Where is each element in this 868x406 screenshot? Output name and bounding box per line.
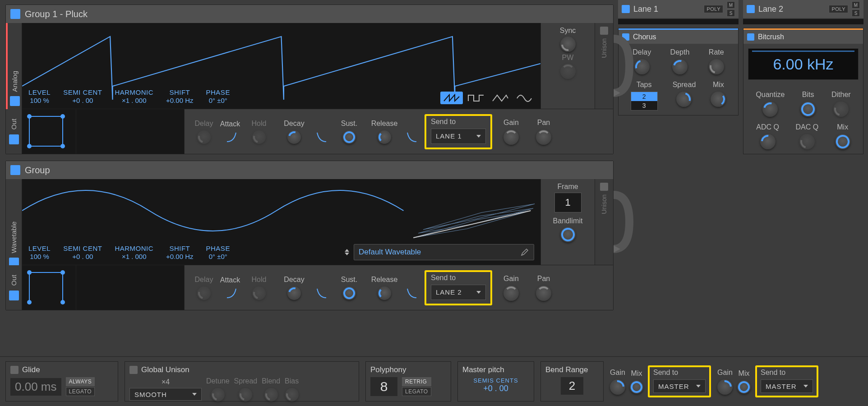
poly-tag[interactable]: POLY: [704, 5, 723, 13]
dacq-knob[interactable]: [799, 134, 815, 149]
out-tab[interactable]: Out: [6, 265, 22, 310]
lane-mix-knob[interactable]: [630, 380, 643, 394]
waveshape-triangle[interactable]: [489, 92, 512, 104]
chorus-depth-knob[interactable]: [672, 59, 688, 74]
poly-tag[interactable]: POLY: [829, 5, 848, 13]
group-header[interactable]: Group 1 - Pluck: [6, 5, 613, 23]
fx-header[interactable]: Bitcrush: [743, 28, 863, 44]
pan-knob[interactable]: [536, 129, 551, 145]
wavetable-stepper[interactable]: [345, 249, 349, 255]
gain-knob[interactable]: [503, 129, 519, 145]
osc-enable-toggle[interactable]: [10, 96, 20, 106]
release-knob[interactable]: [378, 130, 391, 144]
solo-button[interactable]: S: [727, 9, 735, 17]
lane-header[interactable]: Lane 1 POLY MS: [618, 0, 739, 18]
adcq-knob[interactable]: [760, 134, 776, 149]
send-to-dropdown[interactable]: LANE 2: [431, 285, 486, 300]
group-enable-toggle[interactable]: [10, 165, 20, 175]
unison-spread-knob[interactable]: [239, 388, 252, 401]
bandlimit-knob[interactable]: [560, 227, 576, 242]
quantize-knob[interactable]: [762, 102, 778, 117]
glide-value[interactable]: 0.00 ms: [10, 378, 61, 396]
attack-curve[interactable]: [225, 131, 238, 143]
glide-always[interactable]: ALWAYS: [66, 377, 95, 386]
unison-blend-knob[interactable]: [264, 388, 278, 401]
unison-mode-dropdown[interactable]: SMOOTH: [129, 388, 202, 401]
lane-enable-toggle[interactable]: [747, 5, 755, 13]
unison-toggle[interactable]: [600, 183, 608, 191]
global-unison-toggle[interactable]: [129, 366, 138, 374]
chorus-mix-knob[interactable]: [711, 92, 726, 107]
lane-1: Lane 1 POLY MS Chorus Delay Depth Rate: [618, 0, 739, 159]
group-enable-toggle[interactable]: [10, 9, 20, 19]
sync-knob[interactable]: [560, 37, 576, 52]
bits-knob[interactable]: [800, 102, 816, 117]
waveshape-sine[interactable]: [513, 92, 536, 104]
lane-send-dropdown[interactable]: MASTER: [761, 379, 813, 393]
glide-toggle[interactable]: [10, 366, 18, 374]
bitcrush-lcd[interactable]: 6.00 kHz: [748, 48, 859, 80]
sustain-knob[interactable]: [342, 130, 356, 144]
chorus-rate-knob[interactable]: [709, 59, 724, 74]
gain-knob[interactable]: [503, 286, 519, 301]
pw-knob[interactable]: [560, 64, 576, 79]
lane-header[interactable]: Lane 2 POLY MS: [743, 0, 863, 18]
waveform-display[interactable]: LEVEL100 % SEMI CENT+0 . 00 HARMONIC×1 .…: [22, 179, 541, 265]
master-pitch-value[interactable]: +0 . 00: [462, 384, 529, 393]
lane-gain-knob[interactable]: [610, 379, 625, 395]
unison-toggle[interactable]: [600, 27, 608, 35]
delay-knob[interactable]: [197, 286, 211, 300]
dither-knob[interactable]: [833, 102, 849, 117]
pan-knob[interactable]: [536, 286, 551, 301]
waveshape-pulse[interactable]: [465, 92, 487, 104]
out-enable-toggle[interactable]: [9, 134, 19, 144]
out-enable-toggle[interactable]: [9, 291, 19, 300]
taps-list[interactable]: 2 3: [631, 92, 658, 111]
out-tab[interactable]: Out: [6, 109, 22, 154]
decay-knob[interactable]: [287, 130, 301, 144]
envelope-mini[interactable]: [22, 265, 76, 310]
mute-button[interactable]: M: [852, 1, 860, 9]
lane-send-box: Send to MASTER: [755, 365, 818, 397]
poly-retrig[interactable]: RETRIG: [402, 377, 431, 386]
glide-legato[interactable]: LEGATO: [66, 387, 95, 396]
group-header[interactable]: Group: [6, 161, 613, 179]
fx-enable-toggle[interactable]: [747, 33, 754, 41]
frame-value[interactable]: 1: [554, 193, 582, 212]
unison-bias-knob[interactable]: [285, 388, 299, 401]
bitcrush-mix-knob[interactable]: [835, 134, 850, 149]
poly-legato[interactable]: LEGATO: [402, 387, 431, 396]
lane-enable-toggle[interactable]: [622, 5, 630, 13]
chevron-down-icon: [476, 135, 481, 138]
decay-knob[interactable]: [287, 286, 301, 300]
attack-curve[interactable]: [225, 287, 238, 300]
delay-knob[interactable]: [197, 130, 211, 144]
waveform-display[interactable]: LEVEL100 % SEMI CENT+0 . 00 HARMONIC×1 .…: [22, 23, 541, 109]
hold-knob[interactable]: [252, 286, 266, 300]
bend-range-value[interactable]: 2: [561, 377, 583, 395]
send-to-dropdown[interactable]: LANE 1: [431, 129, 486, 144]
chorus-spread-knob[interactable]: [676, 92, 692, 107]
fx-chorus: Chorus Delay Depth Rate Taps 2 3: [618, 28, 739, 115]
solo-button[interactable]: S: [852, 9, 860, 17]
svg-point-1: [27, 144, 32, 148]
hold-knob[interactable]: [252, 130, 266, 144]
release-knob[interactable]: [378, 286, 391, 300]
waveshape-saw[interactable]: [440, 92, 463, 104]
decay-curve[interactable]: [315, 131, 328, 143]
unison-mult[interactable]: ×4: [129, 378, 202, 386]
lane-send-dropdown[interactable]: MASTER: [653, 379, 706, 393]
chorus-delay-knob[interactable]: [634, 59, 650, 74]
release-curve[interactable]: [406, 131, 418, 143]
sustain-knob[interactable]: [342, 286, 356, 300]
lane-gain-knob[interactable]: [717, 379, 733, 395]
decay-curve[interactable]: [315, 287, 328, 300]
polyphony-value[interactable]: 8: [370, 377, 397, 396]
fx-header[interactable]: Chorus: [619, 28, 738, 44]
mute-button[interactable]: M: [727, 1, 735, 9]
release-curve[interactable]: [406, 287, 418, 300]
wavetable-name-field[interactable]: Default Wavetable: [354, 244, 534, 260]
envelope-mini[interactable]: [22, 109, 76, 154]
unison-detune-knob[interactable]: [211, 388, 225, 401]
lane-mix-knob[interactable]: [737, 380, 751, 394]
